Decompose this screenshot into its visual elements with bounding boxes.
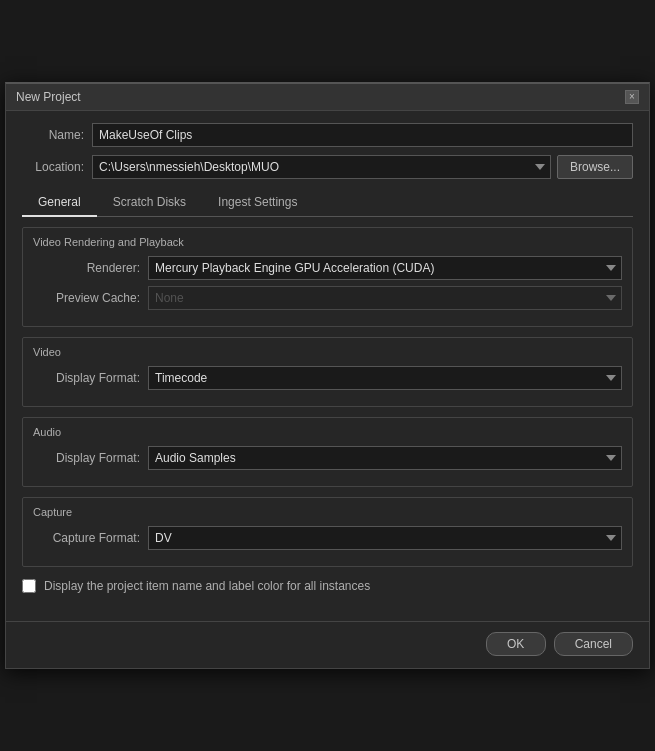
audio-display-format-select[interactable]: Audio Samples (148, 446, 622, 470)
video-section: Video Display Format: Timecode (22, 337, 633, 407)
video-display-format-select[interactable]: Timecode (148, 366, 622, 390)
capture-section-title: Capture (33, 506, 622, 518)
tab-scratch-disks[interactable]: Scratch Disks (97, 189, 202, 217)
name-label: Name: (22, 128, 92, 142)
capture-section: Capture Capture Format: DV (22, 497, 633, 567)
cancel-button[interactable]: Cancel (554, 632, 633, 656)
tab-general[interactable]: General (22, 189, 97, 217)
location-select[interactable]: C:\Users\nmessieh\Desktop\MUO (92, 155, 551, 179)
capture-format-label: Capture Format: (33, 531, 148, 545)
video-section-title: Video (33, 346, 622, 358)
audio-display-format-row: Display Format: Audio Samples (33, 446, 622, 470)
preview-cache-select[interactable]: None (148, 286, 622, 310)
video-rendering-section: Video Rendering and Playback Renderer: M… (22, 227, 633, 327)
renderer-label: Renderer: (33, 261, 148, 275)
browse-button[interactable]: Browse... (557, 155, 633, 179)
video-rendering-title: Video Rendering and Playback (33, 236, 622, 248)
new-project-dialog: New Project × Name: Location: C:\Users\n… (5, 82, 650, 669)
renderer-row: Renderer: Mercury Playback Engine GPU Ac… (33, 256, 622, 280)
name-input[interactable] (92, 123, 633, 147)
name-field-row: Name: (22, 123, 633, 147)
display-label-checkbox-label: Display the project item name and label … (44, 579, 370, 593)
preview-cache-label: Preview Cache: (33, 291, 148, 305)
preview-cache-row: Preview Cache: None (33, 286, 622, 310)
video-display-format-label: Display Format: (33, 371, 148, 385)
display-label-checkbox[interactable] (22, 579, 36, 593)
audio-section-title: Audio (33, 426, 622, 438)
location-label: Location: (22, 160, 92, 174)
audio-section: Audio Display Format: Audio Samples (22, 417, 633, 487)
ok-button[interactable]: OK (486, 632, 546, 656)
dialog-title: New Project (16, 90, 81, 104)
video-display-format-row: Display Format: Timecode (33, 366, 622, 390)
tabs-bar: General Scratch Disks Ingest Settings (22, 189, 633, 217)
capture-format-row: Capture Format: DV (33, 526, 622, 550)
audio-display-format-label: Display Format: (33, 451, 148, 465)
capture-format-select[interactable]: DV (148, 526, 622, 550)
dialog-body: Name: Location: C:\Users\nmessieh\Deskto… (6, 111, 649, 613)
title-bar: New Project × (6, 84, 649, 111)
tab-ingest-settings[interactable]: Ingest Settings (202, 189, 313, 217)
display-label-checkbox-row: Display the project item name and label … (22, 579, 633, 593)
renderer-select[interactable]: Mercury Playback Engine GPU Acceleration… (148, 256, 622, 280)
location-field-row: Location: C:\Users\nmessieh\Desktop\MUO … (22, 155, 633, 179)
close-button[interactable]: × (625, 90, 639, 104)
dialog-footer: OK Cancel (6, 621, 649, 668)
